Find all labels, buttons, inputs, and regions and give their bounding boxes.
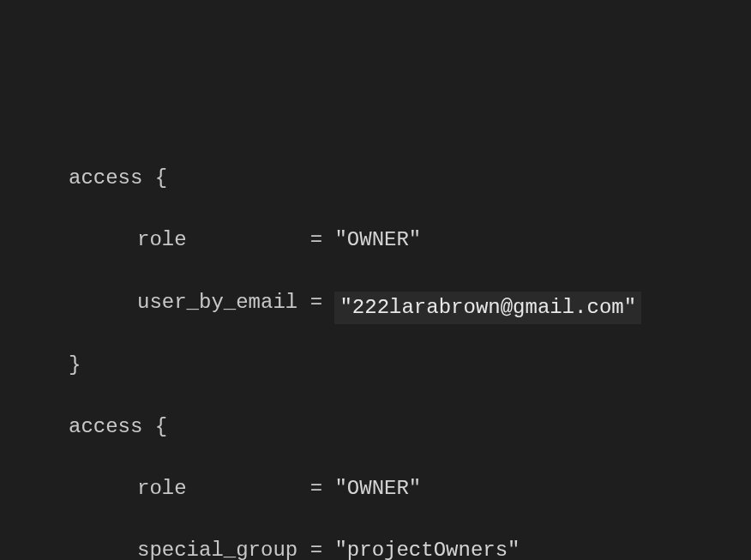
code-line: } — [0, 350, 751, 381]
prop-key: role — [137, 228, 187, 251]
string-literal: "OWNER" — [334, 228, 421, 251]
string-literal: "projectOwners" — [334, 539, 520, 560]
code-line: special_group = "projectOwners" — [0, 535, 751, 560]
string-literal: "OWNER" — [334, 477, 421, 500]
code-line: user_by_email = "222larabrown@gmail.com" — [0, 286, 751, 319]
access-keyword: access — [69, 415, 142, 438]
code-line: role = "OWNER" — [0, 473, 751, 504]
prop-key: special_group — [137, 539, 297, 560]
prop-key: user_by_email — [137, 291, 297, 314]
code-line: access { — [0, 163, 751, 194]
highlighted-value: "222larabrown@gmail.com" — [334, 292, 641, 324]
access-keyword: access — [69, 166, 142, 190]
code-editor-content: access { role = "OWNER" user_by_email = … — [0, 132, 751, 560]
prop-key: role — [137, 477, 187, 500]
code-line: access { — [0, 412, 751, 443]
code-line: role = "OWNER" — [0, 225, 751, 256]
